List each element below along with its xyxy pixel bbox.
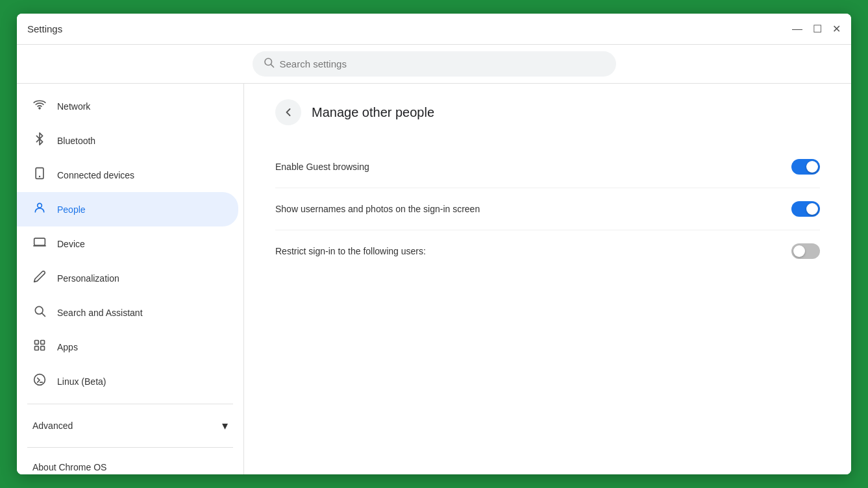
connected-devices-icon (32, 167, 47, 183)
svg-rect-13 (41, 347, 45, 350)
settings-window: Settings — ☐ ✕ (17, 14, 851, 474)
guest-browsing-toggle[interactable] (791, 159, 820, 175)
svg-rect-12 (35, 347, 39, 350)
svg-rect-10 (35, 341, 39, 345)
maximize-button[interactable]: ☐ (813, 23, 822, 35)
sidebar: Network Bluetooth Con (17, 84, 244, 474)
grid-icon (32, 339, 47, 355)
window-controls: — ☐ ✕ (792, 23, 841, 35)
titlebar: Settings — ☐ ✕ (17, 14, 851, 45)
sidebar-label-linux: Linux (Beta) (57, 376, 106, 387)
guest-browsing-label: Enable Guest browsing (275, 162, 369, 172)
sidebar-item-advanced[interactable]: Advanced ▾ (17, 409, 243, 442)
show-usernames-label: Show usernames and photos on the sign-in… (275, 204, 480, 214)
sidebar-label-connected-devices: Connected devices (57, 170, 134, 180)
svg-point-5 (38, 203, 42, 208)
sidebar-label-network: Network (57, 101, 90, 112)
sidebar-label-search-assistant: Search and Assistant (57, 308, 143, 318)
settings-row-show-usernames: Show usernames and photos on the sign-in… (275, 188, 820, 230)
bluetooth-icon (32, 132, 47, 149)
svg-point-2 (39, 108, 40, 109)
search-bar[interactable] (253, 51, 616, 77)
close-button[interactable]: ✕ (832, 23, 841, 35)
show-usernames-toggle[interactable] (791, 201, 820, 217)
chevron-down-icon: ▾ (222, 419, 228, 433)
page-title: Manage other people (312, 105, 434, 120)
sidebar-divider-2 (27, 447, 233, 448)
svg-line-9 (42, 313, 45, 317)
search-input[interactable] (280, 58, 606, 69)
sidebar-item-about[interactable]: About Chrome OS (17, 453, 243, 474)
person-icon (32, 201, 47, 217)
sidebar-label-personalization: Personalization (57, 273, 119, 284)
advanced-label: Advanced (32, 421, 73, 431)
sidebar-item-device[interactable]: Device (17, 226, 238, 261)
sidebar-item-network[interactable]: Network (17, 89, 238, 123)
search-assistant-icon (32, 304, 47, 321)
svg-rect-6 (34, 238, 45, 245)
wifi-icon (32, 98, 47, 114)
sidebar-divider (27, 404, 233, 404)
pencil-icon (32, 270, 47, 286)
about-label: About Chrome OS (32, 462, 106, 472)
laptop-icon (32, 236, 47, 252)
page-header: Manage other people (275, 99, 820, 125)
settings-row-restrict-signin: Restrict sign-in to the following users: (275, 230, 820, 272)
restrict-signin-label: Restrict sign-in to the following users: (275, 246, 426, 256)
minimize-button[interactable]: — (792, 23, 802, 35)
settings-row-guest-browsing: Enable Guest browsing (275, 146, 820, 188)
svg-line-1 (271, 64, 273, 67)
sidebar-label-apps: Apps (57, 342, 78, 352)
sidebar-item-personalization[interactable]: Personalization (17, 261, 238, 295)
sidebar-item-linux[interactable]: Linux (Beta) (17, 364, 238, 398)
svg-rect-11 (41, 341, 45, 345)
main-content: Manage other people Enable Guest browsin… (244, 84, 851, 474)
sidebar-item-people[interactable]: People (17, 192, 238, 226)
sidebar-label-people: People (57, 204, 86, 215)
window-title: Settings (27, 23, 62, 34)
sidebar-item-bluetooth[interactable]: Bluetooth (17, 123, 238, 158)
search-bar-container (17, 45, 851, 84)
sidebar-label-device: Device (57, 239, 85, 249)
restrict-signin-toggle[interactable] (791, 243, 820, 259)
sidebar-item-search-assistant[interactable]: Search and Assistant (17, 295, 238, 330)
terminal-icon (32, 373, 47, 389)
sidebar-item-apps[interactable]: Apps (17, 330, 238, 364)
back-button[interactable] (275, 99, 301, 125)
search-icon (263, 56, 275, 71)
content-area: Network Bluetooth Con (17, 84, 851, 474)
sidebar-label-bluetooth: Bluetooth (57, 136, 95, 146)
sidebar-item-connected-devices[interactable]: Connected devices (17, 158, 238, 192)
